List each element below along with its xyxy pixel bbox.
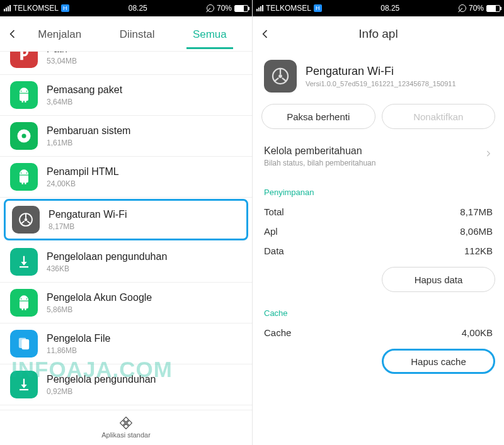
clear-data-button[interactable]: Hapus data (382, 267, 495, 292)
back-button[interactable] (6, 28, 19, 40)
path-icon (15, 52, 33, 63)
app-size: 8,17MB (49, 222, 127, 231)
battery-icon (234, 5, 248, 12)
app-icon (10, 122, 38, 150)
app-name: Path (47, 52, 77, 55)
battery-icon (486, 5, 500, 12)
app-name: Pembaruan sistem (47, 125, 130, 137)
grid-icon (120, 417, 132, 429)
app-size: 24,00KB (47, 179, 119, 188)
app-icon (264, 60, 297, 93)
app-row[interactable]: Penampil HTML24,00KB (0, 157, 252, 198)
app-icon (10, 330, 38, 358)
app-size: 436KB (47, 264, 167, 273)
app-icon (10, 81, 38, 109)
manage-notifications-row[interactable]: Kelola pemberitahuan Bilah status, bilah… (253, 138, 504, 175)
app-icon (10, 371, 38, 398)
page-title: Info apl (272, 27, 485, 41)
app-size: 11,86MB (47, 346, 110, 355)
app-name: Penampil HTML (47, 166, 119, 177)
app-icon (10, 289, 38, 317)
app-name: Pengaturan Wi-Fi (49, 209, 127, 220)
app-row[interactable]: Path53,04MB (0, 52, 252, 75)
tab-installed[interactable]: Diinstal (113, 20, 161, 48)
android-icon (15, 168, 33, 186)
force-stop-button[interactable]: Paksa berhenti (261, 104, 375, 129)
app-icon (12, 206, 40, 234)
app-list-header: Menjalan Diinstal Semua (0, 16, 252, 51)
setting-label: Kelola pemberitahuan (264, 145, 493, 157)
status-time: 08.25 (129, 4, 147, 13)
app-name: Pengelola File (47, 333, 110, 344)
app-info-version: Versi1.0.0_57ed519_161221_12345678_15091… (306, 80, 456, 87)
storage-app-row: Apl 8,06MB (253, 222, 504, 241)
chevron-left-icon (6, 28, 19, 40)
bottom-bar-label: Aplikasi standar (101, 431, 151, 439)
clear-cache-button[interactable]: Hapus cache (382, 349, 495, 374)
tab-all[interactable]: Semua (186, 20, 233, 48)
app-icon (10, 163, 38, 191)
setting-sub: Bilah status, bilah pemberitahuan (264, 159, 493, 167)
app-size: 1,61MB (47, 138, 130, 147)
app-row[interactable]: Pengelola pengunduhan0,92MB (0, 364, 252, 405)
signal-icon (256, 5, 263, 11)
carrier-label: TELKOMSEL (266, 4, 311, 13)
chevron-left-icon (259, 28, 272, 40)
disable-button[interactable]: Nonaktifkan (382, 104, 496, 129)
app-row[interactable]: Pengelola File11,86MB (0, 324, 252, 364)
battery-pct: 70% (217, 4, 232, 13)
network-badge: H (61, 4, 69, 12)
network-badge: H (314, 4, 322, 12)
android-icon (15, 86, 33, 104)
app-name: Pengelola Akun Google (47, 292, 152, 303)
app-row[interactable]: Pengelola Akun Google5,86MB (0, 283, 252, 324)
back-button[interactable] (259, 28, 272, 40)
section-cache: Cache (253, 296, 504, 323)
app-info-summary: Pengaturan Wi-Fi Versi1.0.0_57ed519_1612… (253, 51, 504, 104)
files-icon (15, 335, 33, 352)
alarm-off-icon (459, 4, 466, 12)
wheel-icon (270, 65, 291, 87)
app-name: Pengelola pengunduhan (47, 374, 156, 385)
tab-running[interactable]: Menjalan (32, 20, 88, 48)
app-size: 5,86MB (47, 305, 152, 314)
battery-pct: 70% (469, 4, 484, 13)
download-icon (15, 253, 33, 271)
cache-row: Cache 4,00KB (253, 323, 504, 342)
app-list[interactable]: Path53,04MBPemasang paket3,64MBPembaruan… (0, 52, 252, 410)
app-size: 53,04MB (47, 57, 77, 65)
screen-app-list: TELKOMSEL H 08.25 70% Menjalan Diinstal … (0, 0, 252, 445)
carrier-label: TELKOMSEL (13, 4, 59, 13)
app-row[interactable]: Pembaruan sistem1,61MB (0, 116, 252, 157)
app-row[interactable]: Pengelolaan pengunduhan436KB (0, 242, 252, 283)
bottom-bar-default-apps[interactable]: Aplikasi standar (0, 410, 252, 445)
status-time: 08.25 (381, 4, 399, 13)
app-icon (10, 52, 38, 68)
screen-app-info: TELKOMSEL H 08.25 70% Info apl Pengatura… (252, 0, 504, 445)
app-info-name: Pengaturan Wi-Fi (306, 65, 456, 78)
app-row[interactable]: Pemasang paket3,64MB (0, 75, 252, 116)
download-icon (15, 376, 33, 393)
wheel-icon (17, 211, 35, 228)
app-name: Pengelolaan pengunduhan (47, 251, 167, 262)
chevron-right-icon (484, 149, 493, 158)
storage-data-row: Data 112KB (253, 241, 504, 261)
status-bar: TELKOMSEL H 08.25 70% (0, 0, 252, 16)
app-name: Pemasang paket (47, 84, 122, 96)
android-icon (15, 294, 33, 312)
storage-total-row: Total 8,17MB (253, 202, 504, 222)
app-info-header: Info apl (253, 16, 504, 51)
alarm-off-icon (207, 4, 214, 12)
app-row[interactable]: Pengaturan Wi-Fi8,17MB (4, 199, 248, 240)
app-icon (10, 248, 38, 276)
section-storage: Penyimpanan (253, 175, 504, 202)
app-size: 3,64MB (47, 98, 122, 106)
app-size: 0,92MB (47, 387, 156, 396)
status-bar: TELKOMSEL H 08.25 70% (253, 0, 504, 16)
disc-icon (15, 127, 33, 145)
signal-icon (4, 5, 11, 11)
